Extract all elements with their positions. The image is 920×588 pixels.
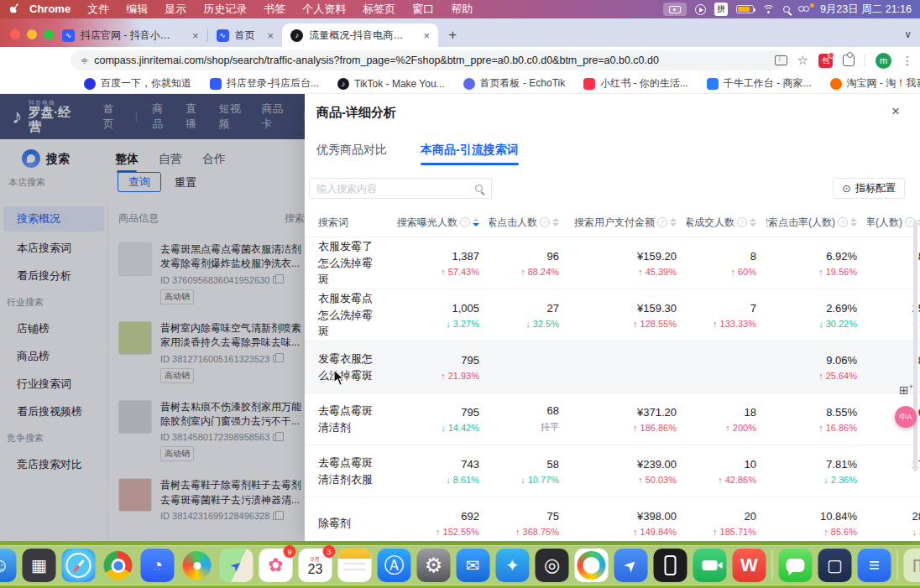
column-header-2[interactable]: 搜索点击人数? [489, 216, 569, 230]
iphone-mirroring-dock-icon[interactable] [654, 549, 687, 582]
menu-item-8[interactable]: 窗口 [404, 3, 442, 15]
column-header-5[interactable]: 搜索点击率(人数)? [766, 216, 867, 230]
messages-dock-icon[interactable] [779, 549, 813, 582]
red-extension-icon[interactable]: 包 [818, 54, 833, 68]
menu-item-7[interactable]: 标签页 [354, 3, 404, 15]
table-row-5[interactable]: 除霉剂692↑ 152.55%75↑ 368.75%¥398.00↑ 149.8… [305, 497, 920, 541]
bookmark-item-1[interactable]: 抖店登录-抖店后台... [210, 76, 319, 91]
site-settings-icon[interactable]: ≑ [81, 55, 87, 66]
menu-item-4[interactable]: 历史记录 [195, 3, 255, 15]
paper-plane-app-dock-icon[interactable]: ➤ [614, 549, 648, 582]
notes-dock-icon[interactable] [338, 549, 372, 582]
menu-item-6[interactable]: 个人资料 [294, 3, 354, 15]
menu-item-1[interactable]: 文件 [79, 3, 118, 15]
tab-close-icon[interactable]: × [261, 29, 274, 42]
new-tab-button[interactable]: + [448, 27, 457, 44]
help-icon[interactable]: ? [460, 217, 470, 227]
browser-360-dock-icon[interactable] [180, 549, 214, 582]
input-method-icon[interactable]: 拼 [714, 3, 728, 16]
menu-item-2[interactable]: 编辑 [118, 3, 156, 15]
chrome-menu-icon[interactable]: ⋮ [902, 54, 913, 67]
menu-bar-clock[interactable]: 9月23日 周二 21:16 [820, 3, 912, 17]
menu-item-3[interactable]: 显示 [156, 3, 195, 15]
screen-share-status-icon[interactable] [663, 3, 687, 16]
maps-dock-icon[interactable]: ➤ [220, 549, 254, 582]
app-store-dock-icon[interactable]: Ⓐ [378, 549, 411, 582]
tab-search-chevron-icon[interactable]: ∨ [904, 29, 912, 40]
calendar-dock-icon[interactable]: 9月233 [299, 549, 332, 582]
trash-dock-icon[interactable]: Ш [904, 549, 920, 582]
column-header-1[interactable]: 搜索曝光人数? [393, 216, 489, 230]
column-header-4[interactable]: 搜索成交人数? [687, 216, 766, 230]
sort-icon[interactable] [850, 218, 857, 226]
wifi-icon[interactable] [762, 5, 775, 14]
table-row-2[interactable]: 发霉衣服怎么洗掉霉斑795↑ 21.93%9.06%↑ 25.64%8↓ [305, 341, 920, 393]
drawer-scrollbar[interactable] [913, 220, 917, 471]
browser-tab-0[interactable]: ∿抖店官网 - 抖音小店，抖音电...× [54, 24, 207, 46]
photos-dock-icon[interactable]: ✿9 [259, 549, 293, 582]
help-icon[interactable]: ? [657, 217, 667, 227]
camera-lens-app-dock-icon[interactable]: ◎ [536, 549, 569, 582]
menu-item-9[interactable]: 帮助 [442, 3, 481, 15]
launchpad-dock-icon[interactable]: ▦ [23, 549, 56, 582]
bookmark-star-icon[interactable]: ☆ [797, 53, 808, 68]
translate-float-icon[interactable]: 中A [895, 406, 917, 428]
minimize-window-button[interactable] [27, 29, 37, 39]
help-icon[interactable]: ? [540, 217, 550, 227]
help-icon[interactable]: ? [737, 217, 747, 227]
bookmark-item-2[interactable]: ♪TikTok - Make You... [337, 78, 445, 90]
apple-menu-icon[interactable] [10, 3, 21, 16]
table-row-3[interactable]: 去霉点霉斑清洁剂795↓ 14.42%68持平¥371.20↑ 186.86%1… [305, 393, 920, 445]
address-bar[interactable]: ≑ compass.jinritemai.com/shop/search/tra… [71, 50, 786, 70]
bookmark-item-3[interactable]: 首页看板 - EchoTik [463, 76, 566, 91]
finder-dock-icon[interactable]: ☺ [0, 549, 17, 582]
mail-dock-icon[interactable]: ✉ [457, 549, 490, 582]
tab-close-icon[interactable]: × [417, 29, 431, 42]
drawer-tab-0[interactable]: 优秀商品对比 [316, 143, 387, 158]
column-header-6[interactable]: 搜索点击-成交率(人数)? [867, 216, 920, 230]
media-play-status-icon[interactable] [695, 4, 706, 15]
search-icon[interactable] [475, 185, 483, 192]
extensions-puzzle-icon[interactable] [843, 55, 855, 66]
help-icon[interactable]: ? [838, 217, 848, 227]
sort-icon[interactable] [670, 218, 677, 226]
drawer-tab-1[interactable]: 本商品-引流搜索词 [421, 143, 519, 158]
facetime-dock-icon[interactable] [693, 549, 727, 582]
tab-close-icon[interactable]: × [186, 29, 199, 42]
menu-item-5[interactable]: 书签 [255, 3, 294, 15]
maximize-window-button[interactable] [44, 29, 54, 39]
drawer-close-icon[interactable]: × [891, 103, 900, 120]
sort-icon[interactable] [552, 218, 559, 226]
table-row-0[interactable]: 衣服发霉了怎么洗掉霉斑1,387↑ 57.43%96↑ 88.24%¥159.2… [305, 237, 920, 289]
profile-avatar[interactable]: m [876, 53, 891, 69]
metric-config-button[interactable]: ⊙ 指标配置 [833, 178, 905, 199]
wps-office-dock-icon[interactable]: W [733, 549, 766, 582]
bookmark-item-6[interactable]: 淘宝网 - 淘！我喜欢 [830, 76, 920, 91]
close-window-button[interactable] [10, 29, 20, 39]
table-row-4[interactable]: 去霉点霉斑清洁剂衣服743↓ 8.61%58↓ 10.77%¥239.00↑ 5… [305, 445, 920, 497]
blue-app-dock-icon[interactable]: ✦ [496, 549, 530, 582]
browser-tab-1[interactable]: ∿首页× [208, 24, 283, 46]
sort-icon[interactable] [473, 218, 479, 226]
chrome-dock-icon[interactable] [102, 549, 135, 582]
quark-browser-dock-icon[interactable]: ◔ [141, 549, 175, 582]
colorful-browser-dock-icon[interactable] [575, 549, 609, 582]
keyword-search-box[interactable] [309, 178, 492, 199]
bookmark-item-0[interactable]: 百度一下，你就知道 [84, 76, 191, 91]
column-header-3[interactable]: 搜索用户支付金额? [569, 216, 687, 230]
sort-icon[interactable] [750, 218, 756, 226]
install-app-icon[interactable] [775, 55, 787, 65]
keyword-search-input[interactable] [310, 183, 475, 195]
browser-tab-2[interactable]: ♪流量概况-抖音电商罗盘× [282, 23, 438, 47]
remote-desktop-dock-icon[interactable]: ▢ [818, 549, 852, 582]
table-row-1[interactable]: 衣服发霉点怎么洗掉霉斑1,005↓ 3.27%27↓ 32.5%¥159.30↑… [305, 289, 920, 341]
system-settings-dock-icon[interactable]: ⚙ [417, 549, 451, 582]
user-switch-icon[interactable] [798, 4, 812, 14]
extension-grid-icon[interactable]: ⊞+ [899, 382, 913, 397]
bookmark-item-5[interactable]: 千牛工作台 - 商家... [707, 76, 812, 91]
menu-item-0[interactable]: Chrome [21, 3, 79, 15]
docs-app-dock-icon[interactable]: ≡ [858, 549, 891, 582]
bookmark-item-4[interactable]: 小红书 - 你的生活... [583, 76, 688, 91]
safari-dock-icon[interactable] [62, 549, 96, 582]
spotlight-search-icon[interactable] [783, 6, 790, 13]
